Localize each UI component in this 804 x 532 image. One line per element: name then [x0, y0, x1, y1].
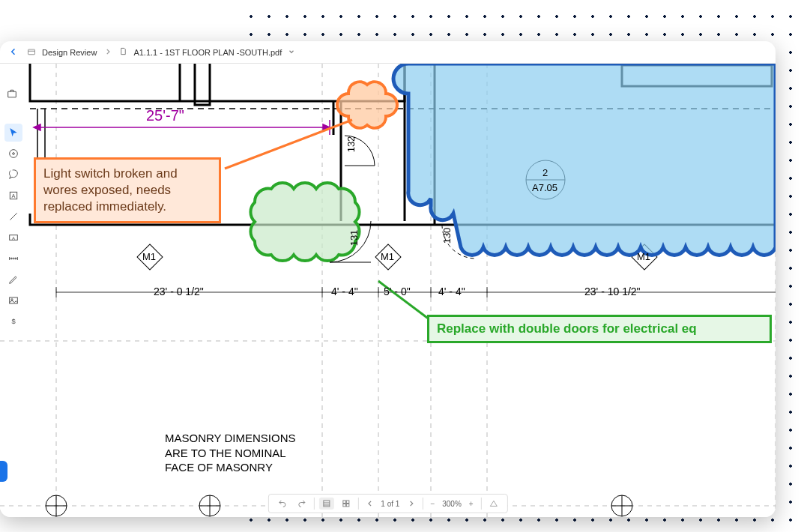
svg-marker-21 [34, 124, 40, 130]
door-label-132: 132 [345, 136, 357, 153]
marker-m1-b: M1 [381, 251, 394, 262]
side-panel-tab[interactable] [0, 461, 7, 482]
prev-page-button[interactable] [363, 498, 376, 509]
marker-m1-a: M1 [142, 251, 156, 262]
redo-button[interactable] [294, 498, 309, 510]
dimension-2: 4' - 4" [331, 285, 358, 297]
dimension-3: 5' - 0" [384, 285, 411, 297]
back-button[interactable] [6, 46, 21, 59]
textbox-tool[interactable]: A [4, 229, 22, 247]
door-label-131: 131 [348, 230, 360, 247]
zoom-out-button[interactable]: − [427, 498, 438, 510]
marker-m1-c: M1 [637, 251, 650, 262]
undo-button[interactable] [274, 498, 289, 510]
chevron-down-icon[interactable] [288, 48, 295, 57]
bottom-toolbar: 1 of 1 − 300% + [268, 494, 507, 513]
annotation-orange[interactable]: Light switch broken and wores exposed, n… [34, 157, 221, 223]
svg-rect-43 [342, 501, 345, 504]
door-label-130: 130 [441, 228, 453, 244]
masonry-note: MASONRY DIMENSIONS ARE TO THE NOMINAL FA… [165, 431, 295, 475]
protractor-button[interactable] [486, 498, 501, 510]
project-icon [27, 47, 36, 58]
zoom-level: 300% [442, 500, 462, 508]
svg-text:A: A [12, 236, 15, 241]
image-tool[interactable] [4, 291, 22, 309]
toolbox-button[interactable] [3, 85, 21, 103]
drawing-canvas[interactable]: 25'-7" 23' - 0 1/2" 4' - 4" 5' - 0" 4' -… [0, 64, 776, 517]
breadcrumb-file[interactable]: A1.1.1 - 1ST FLOOR PLAN -SOUTH.pdf [133, 48, 282, 57]
svg-point-2 [10, 150, 18, 158]
tool-sidebar: A A $ [3, 124, 24, 330]
zoom-in-button[interactable]: + [466, 498, 477, 510]
cost-tool[interactable]: $ [4, 312, 22, 330]
file-icon [119, 47, 127, 57]
pointer-tool[interactable] [4, 124, 22, 142]
annotation-green[interactable]: Replace with double doors for electrical… [427, 315, 772, 343]
svg-rect-0 [28, 49, 35, 55]
lasso-tool[interactable] [4, 166, 22, 184]
grid-view-button[interactable] [338, 498, 353, 510]
text-annotation-tool[interactable]: A [4, 187, 22, 205]
dimension-1: 23' - 0 1/2" [154, 285, 204, 297]
dimension-5: 23' - 10 1/2" [584, 285, 641, 297]
svg-rect-1 [8, 91, 16, 97]
svg-text:A: A [12, 193, 16, 199]
pdf-viewer-window: Design Review A1.1.1 - 1ST FLOOR PLAN -S… [0, 41, 776, 517]
svg-rect-46 [346, 504, 349, 507]
dimension-4: 4' - 4" [438, 285, 465, 297]
chevron-right-icon [103, 48, 113, 57]
svg-rect-44 [346, 501, 349, 504]
breadcrumb-root[interactable]: Design Review [42, 48, 97, 57]
next-page-button[interactable] [404, 498, 417, 509]
svg-point-3 [13, 153, 15, 155]
svg-rect-40 [323, 501, 329, 507]
pencil-tool[interactable] [4, 270, 22, 288]
detail-num: 2 [542, 167, 548, 178]
svg-text:$: $ [11, 318, 16, 325]
svg-rect-8 [10, 297, 18, 303]
pan-tool[interactable] [4, 145, 22, 163]
svg-rect-45 [342, 504, 345, 507]
page-indicator: 1 of 1 [381, 500, 399, 508]
dimension-main: 25'-7" [146, 107, 184, 124]
thumbnails-button[interactable] [318, 498, 333, 510]
breadcrumb-bar: Design Review A1.1.1 - 1ST FLOOR PLAN -S… [0, 41, 776, 64]
detail-sheet: A7.05 [532, 182, 557, 193]
annotation-orange-text: Light switch broken and wores exposed, n… [43, 166, 178, 214]
line-tool[interactable] [4, 208, 22, 226]
annotation-green-text: Replace with double doors for electrical… [437, 321, 697, 336]
measure-tool[interactable] [4, 250, 22, 267]
